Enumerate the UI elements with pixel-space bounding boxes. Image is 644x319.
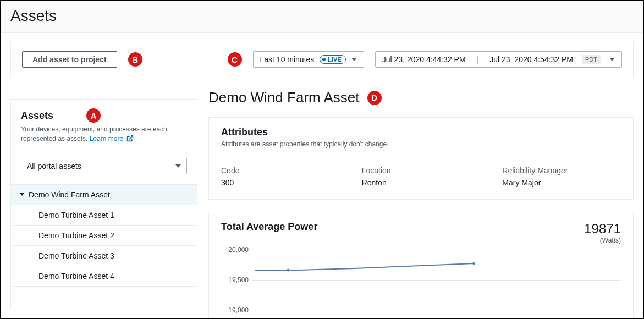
chart-line-svg — [255, 258, 475, 275]
learn-more-link[interactable]: Learn more — [90, 135, 134, 142]
attributes-title: Attributes — [221, 127, 621, 138]
attribute-location: Location Renton — [362, 166, 481, 187]
callout-b-badge: B — [128, 52, 142, 67]
time-range-picker[interactable]: Jul 23, 2020 4:44:32 PM | Jul 23, 2020 4… — [375, 51, 622, 68]
sidebar-header: Assets A Your devices, equipment, and pr… — [11, 100, 197, 152]
y-tick: 19,000 — [221, 306, 249, 314]
tree-item-child[interactable]: Demo Turbine Asset 4 — [11, 266, 197, 287]
external-link-icon — [126, 135, 134, 145]
callout-c-badge: C — [228, 52, 242, 67]
assets-sidebar: Assets A Your devices, equipment, and pr… — [10, 99, 197, 309]
power-panel: Total Average Power 19871 (Watts) 20,000… — [208, 212, 634, 319]
tree-item-child[interactable]: Demo Turbine Asset 1 — [11, 205, 197, 226]
attribute-reliability-manager: Reliability Manager Mary Major — [502, 166, 621, 187]
asset-tree: Demo Wind Farm Asset Demo Turbine Asset … — [11, 184, 197, 309]
power-unit: (Watts) — [584, 237, 621, 244]
time-window-label: Last 10 minutes — [260, 55, 315, 64]
portal-assets-select-label: All portal assets — [27, 162, 81, 170]
caret-down-icon — [175, 164, 181, 168]
caret-down-icon — [609, 58, 615, 61]
tree-item-parent[interactable]: Demo Wind Farm Asset — [11, 185, 197, 205]
time-separator: | — [475, 55, 481, 64]
attributes-panel: Attributes Attributes are asset properti… — [208, 117, 634, 200]
callout-a-badge: A — [86, 108, 101, 123]
page-header: Assets — [1, 1, 643, 33]
caret-down-icon — [351, 58, 357, 61]
y-tick: 20,000 — [221, 246, 249, 254]
timezone-badge: PDT — [582, 55, 601, 64]
y-tick: 19,500 — [221, 276, 249, 284]
power-value: 19871 — [584, 221, 621, 237]
grid-line — [252, 280, 621, 280]
power-title: Total Average Power — [221, 221, 317, 233]
asset-detail-title: Demo Wind Farm Asset — [208, 89, 360, 106]
asset-detail: Demo Wind Farm Asset D Attributes Attrib… — [208, 89, 634, 319]
callout-d-badge: D — [367, 91, 382, 105]
time-window-dropdown[interactable]: Last 10 minutes LIVE — [253, 51, 364, 68]
add-asset-button[interactable]: Add asset to project — [22, 51, 117, 68]
expand-icon — [20, 193, 24, 196]
tree-item-child[interactable]: Demo Turbine Asset 3 — [11, 246, 197, 266]
tree-item-child[interactable]: Demo Turbine Asset 2 — [11, 226, 197, 246]
svg-point-1 — [472, 262, 475, 265]
attributes-subtitle: Attributes are asset properties that typ… — [221, 140, 621, 148]
page-title: Assets — [10, 7, 634, 25]
power-chart: 20,000 19,500 19,000 — [209, 244, 633, 319]
grid-line — [252, 250, 621, 250]
sidebar-description: Your devices, equipment, and processes a… — [21, 125, 187, 145]
attribute-code: Code 300 — [221, 166, 340, 187]
sidebar-title: Assets — [21, 110, 53, 122]
live-badge: LIVE — [320, 55, 345, 64]
end-time: Jul 23, 2020 4:54:32 PM — [489, 55, 573, 64]
toolbar: Add asset to project B C Last 10 minutes… — [10, 41, 634, 78]
start-time: Jul 23, 2020 4:44:32 PM — [382, 55, 466, 64]
svg-point-0 — [287, 268, 289, 271]
portal-assets-select[interactable]: All portal assets — [21, 158, 187, 174]
